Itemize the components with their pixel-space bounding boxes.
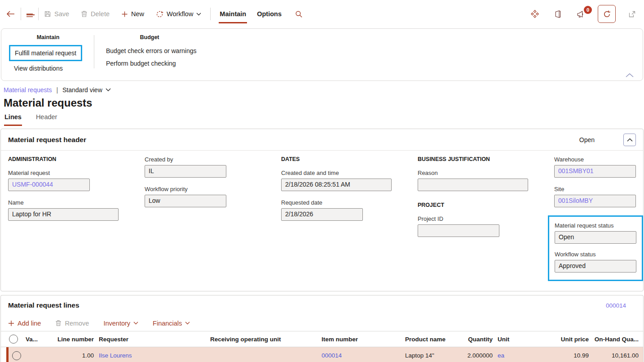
requested-date-field-group: Requested date 2/18/2026 [281, 199, 418, 221]
budget-check-errors-button[interactable]: Budget check errors or warnings [102, 45, 200, 57]
ribbon-group-budget: Budget Budget check errors or warnings P… [102, 34, 197, 75]
material-request-status-field-group: Material request status Open [555, 222, 636, 244]
collapse-ribbon-button[interactable] [626, 72, 634, 79]
requested-date-field[interactable]: 2/18/2026 [281, 208, 363, 221]
column-header-on-hand-quantity[interactable]: On-Hand Qua... [590, 336, 643, 343]
tab-lines[interactable]: Lines [4, 113, 22, 125]
created-date-field[interactable]: 2/18/2026 08:25:51 AM [281, 179, 392, 191]
remove-button[interactable]: Remove [55, 320, 89, 327]
divider [38, 8, 39, 20]
workflow-status-field[interactable]: Approved [555, 260, 636, 273]
inventory-menu-button[interactable]: Inventory [103, 320, 138, 327]
add-line-button[interactable]: Add line [8, 320, 41, 327]
grid-header-row: Va... Line number Requester Receiving op… [1, 331, 643, 347]
notifications-button[interactable]: 0 [575, 10, 587, 18]
back-button[interactable] [4, 0, 17, 28]
chevron-up-icon [626, 73, 634, 77]
cell-item-number-link[interactable]: 000014 [322, 352, 342, 359]
select-all-checkbox[interactable] [9, 335, 18, 344]
cell-product-name: Laptop 14" [401, 352, 452, 359]
name-field[interactable]: Laptop for HR [8, 208, 119, 221]
section-title: Material request header [8, 136, 86, 144]
field-label: Project ID [418, 215, 554, 222]
group-title: Maintain [37, 34, 60, 40]
delete-button[interactable]: Delete [79, 0, 111, 28]
cell-unit-link[interactable]: ea [498, 352, 504, 359]
field-label: Name [8, 199, 145, 206]
workflow-priority-field[interactable]: Low [145, 195, 226, 207]
tab-maintain[interactable]: Maintain [214, 0, 251, 28]
refresh-icon [603, 10, 611, 18]
warehouse-field[interactable]: 001SMBY01 [554, 165, 636, 178]
workflow-status-field-group: Workflow status Approved [555, 251, 636, 273]
column-administration: ADMINISTRATION Material request USMF-000… [8, 156, 145, 229]
created-date-field-group: Created date and time 2/18/2026 08:25:51… [281, 170, 418, 191]
column-created: Created by IL Workflow priority Low [145, 156, 281, 215]
tab-options[interactable]: Options [251, 0, 287, 28]
divider [210, 8, 211, 20]
group-divider [94, 35, 94, 68]
view-distributions-button[interactable]: View distributions [10, 63, 66, 74]
column-header-requester[interactable]: Requester [95, 336, 207, 343]
chevron-down-icon [106, 88, 111, 92]
expand-menu-button[interactable] [25, 0, 35, 28]
collapse-section-button[interactable] [623, 134, 636, 146]
warehouse-field-group: Warehouse 001SMBY01 [554, 156, 643, 178]
reason-field[interactable] [418, 179, 528, 191]
save-label: Save [54, 10, 69, 18]
page-tabs: Lines Header [4, 113, 644, 125]
breadcrumb-page-link[interactable]: Material requests [4, 86, 52, 94]
created-by-field[interactable]: IL [145, 165, 226, 178]
column-warehouse-status: Warehouse 001SMBY01 Site 001SiloMBY Mate… [554, 156, 643, 281]
action-pane-flyout: Maintain Fulfill material request View d… [1, 28, 643, 81]
financials-menu-button[interactable]: Financials [153, 320, 190, 327]
field-label: Requested date [281, 199, 418, 206]
field-label: Material request status [555, 222, 636, 229]
column-header-unit-price[interactable]: Unit price [525, 336, 590, 343]
search-icon [295, 10, 303, 18]
cell-quantity: 2.000000 [452, 352, 494, 359]
column-header-receiving-operating-unit[interactable]: Receiving operating unit [207, 336, 318, 343]
material-request-field[interactable]: USMF-000044 [8, 179, 90, 191]
dynamics-apps-button[interactable] [529, 9, 541, 18]
search-button[interactable] [293, 0, 304, 28]
plus-icon [121, 11, 128, 18]
column-header-variant[interactable]: Va... [22, 336, 53, 343]
delete-label: Delete [91, 10, 110, 18]
project-id-field[interactable] [418, 224, 499, 237]
cell-on-hand-quantity: 10,161.00 [590, 352, 643, 359]
diamond-grid-icon [530, 9, 539, 18]
table-row[interactable]: 1.00 Ilse Lourens 000014 Laptop 14" 2.00… [6, 347, 643, 362]
cell-unit-price: 10.99 [525, 352, 590, 359]
workflow-button[interactable]: Workflow [154, 0, 203, 28]
column-header-product-name[interactable]: Product name [401, 336, 452, 343]
column-header-line-number[interactable]: Line number [53, 336, 95, 343]
field-label: Reason [418, 170, 554, 176]
group-title-dates: DATES [281, 156, 418, 170]
row-select-checkbox[interactable] [12, 351, 21, 360]
site-field[interactable]: 001SiloMBY [554, 195, 636, 207]
section-title: Material request lines [8, 301, 79, 309]
office-apps-button[interactable] [552, 10, 564, 18]
reference-link[interactable]: 000014 [606, 302, 626, 309]
view-selector[interactable]: Standard view [62, 86, 111, 94]
lines-toolbar: Add line Remove Inventory Financials [1, 315, 643, 331]
cell-requester-link[interactable]: Ilse Lourens [99, 352, 132, 359]
material-request-status-field[interactable]: Open [555, 231, 636, 244]
column-header-item-number[interactable]: Item number [318, 336, 401, 343]
open-in-new-window-button[interactable] [626, 10, 638, 18]
perform-budget-checking-button[interactable]: Perform budget checking [102, 58, 180, 69]
refresh-button[interactable] [598, 5, 616, 23]
created-by-field-group: Created by IL [145, 156, 281, 178]
action-pane: Save Delete New Workflow Maintain Option… [0, 0, 644, 28]
column-header-unit[interactable]: Unit [494, 336, 525, 343]
workflow-priority-field-group: Workflow priority Low [145, 186, 281, 207]
reason-field-group: Reason [418, 170, 554, 191]
chevron-down-icon [133, 322, 138, 325]
save-button[interactable]: Save [42, 0, 71, 28]
tab-header[interactable]: Header [35, 113, 58, 125]
column-header-quantity[interactable]: Quantity [452, 336, 494, 343]
new-button[interactable]: New [119, 0, 146, 28]
fulfill-material-request-button[interactable]: Fulfill material request [9, 45, 82, 61]
chevron-down-icon [185, 322, 190, 325]
